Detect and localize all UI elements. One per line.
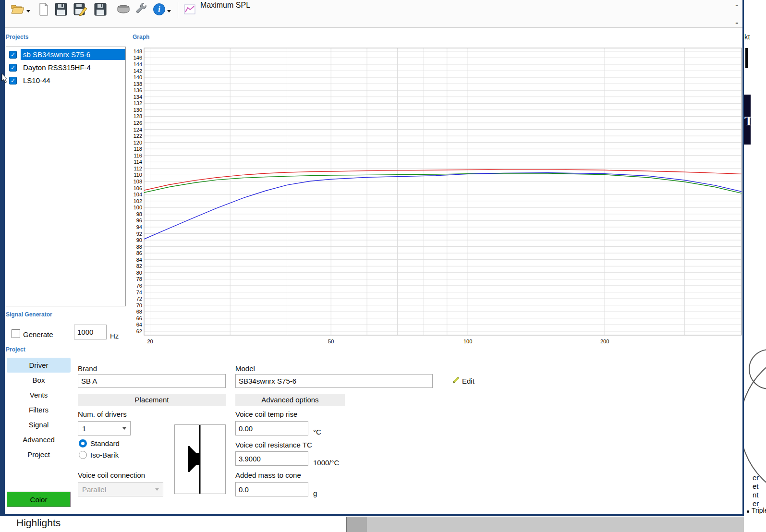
svg-text:124: 124 <box>134 127 142 133</box>
clipped-text: et <box>753 482 759 490</box>
project-tabs: Driver Box Vents Filters Signal Advanced… <box>7 358 71 462</box>
svg-text:136: 136 <box>134 87 142 93</box>
generate-checkbox[interactable] <box>12 329 20 338</box>
open-dropdown-icon[interactable] <box>26 10 30 12</box>
svg-text:102: 102 <box>134 198 142 204</box>
svg-text:92: 92 <box>136 231 142 237</box>
svg-text:142: 142 <box>134 68 142 74</box>
svg-text:134: 134 <box>134 94 142 100</box>
tab-signal[interactable]: Signal <box>7 417 71 432</box>
svg-text:100: 100 <box>134 205 142 210</box>
svg-text:64: 64 <box>136 322 142 327</box>
pencil-icon <box>452 376 460 386</box>
save-icon[interactable] <box>55 2 67 16</box>
save-edit-icon[interactable] <box>73 2 88 16</box>
added-mass-input[interactable] <box>235 482 308 496</box>
svg-text:74: 74 <box>136 290 142 295</box>
export-disc-icon[interactable] <box>116 2 131 16</box>
tab-driver[interactable]: Driver <box>7 358 71 373</box>
driver-placement-diagram <box>174 424 226 494</box>
advanced-options-header: Advanced options <box>235 394 345 406</box>
tab-advanced[interactable]: Advanced <box>7 432 71 447</box>
svg-text:146: 146 <box>134 55 142 60</box>
spl-chart-icon <box>184 2 195 16</box>
graph-type-selector[interactable]: Maximum SPL <box>184 2 250 16</box>
project-checkbox[interactable]: ✓ <box>9 51 17 59</box>
generate-label: Generate <box>23 330 53 339</box>
project-item-label[interactable]: LS10-44 <box>21 75 125 86</box>
svg-text:114: 114 <box>134 159 142 165</box>
toolbar-separator <box>178 2 178 18</box>
project-checkbox[interactable]: ✓ <box>9 77 17 85</box>
mouse-cursor-icon <box>1 73 9 85</box>
edit-button-label: Edit <box>462 377 474 385</box>
svg-text:120: 120 <box>134 140 142 145</box>
bullet-icon <box>747 510 749 513</box>
num-drivers-select[interactable]: 1 <box>78 421 131 435</box>
save-all-icon[interactable] <box>94 2 107 16</box>
svg-text:84: 84 <box>136 257 142 263</box>
frequency-unit: Hz <box>110 332 119 340</box>
voice-coil-resistance-tc-input[interactable] <box>235 451 308 466</box>
background-window-edge <box>346 517 744 532</box>
svg-text:118: 118 <box>134 146 142 152</box>
svg-text:90: 90 <box>136 237 142 243</box>
svg-text:i: i <box>158 5 160 13</box>
isobarik-radio-label: Iso-Barik <box>90 451 119 459</box>
tab-project[interactable]: Project <box>7 447 71 462</box>
svg-text:122: 122 <box>134 133 142 139</box>
speaker-baffle-icon <box>175 425 225 494</box>
tab-vents[interactable]: Vents <box>7 387 71 402</box>
svg-text:126: 126 <box>134 120 142 126</box>
model-label: Model <box>235 364 255 373</box>
toolbar-view-title: Maximum SPL <box>200 1 250 10</box>
svg-text:110: 110 <box>134 172 142 178</box>
added-mass-unit: g <box>313 489 317 497</box>
svg-text:68: 68 <box>136 309 142 314</box>
clipped-dash: - <box>735 0 739 11</box>
project-checkbox[interactable]: ✓ <box>9 64 17 72</box>
svg-text:106: 106 <box>134 185 142 191</box>
svg-text:130: 130 <box>134 107 142 113</box>
num-drivers-value: 1 <box>82 424 86 433</box>
svg-text:20: 20 <box>147 339 153 344</box>
svg-text:78: 78 <box>136 276 142 282</box>
wrench-icon[interactable] <box>135 2 147 16</box>
svg-text:80: 80 <box>136 270 142 276</box>
svg-text:86: 86 <box>136 250 142 256</box>
project-list-item[interactable]: ✓ LS10-44 <box>6 74 125 87</box>
clipped-dash: - <box>735 17 739 28</box>
info-icon[interactable]: i <box>153 2 166 16</box>
standard-radio[interactable] <box>79 439 87 447</box>
color-button[interactable]: Color <box>7 492 71 507</box>
voice-coil-resistance-tc-unit: 1000/°C <box>313 459 339 467</box>
model-input[interactable] <box>235 374 433 388</box>
tab-box[interactable]: Box <box>7 373 71 387</box>
open-folder-icon[interactable] <box>11 2 25 16</box>
background-window-edge-block <box>347 517 367 532</box>
num-drivers-label: Num. of drivers <box>78 410 127 418</box>
project-caption: Project <box>6 346 25 353</box>
svg-text:140: 140 <box>134 74 142 80</box>
placement-header: Placement <box>78 394 226 406</box>
projects-caption: Projects <box>6 34 28 40</box>
voice-coil-temp-rise-input[interactable] <box>235 421 308 435</box>
spl-chart: 6264666870727476788082848688909294969810… <box>133 44 742 345</box>
isobarik-radio[interactable] <box>79 451 87 459</box>
svg-text:96: 96 <box>136 218 142 223</box>
info-dropdown-icon[interactable] <box>167 10 171 12</box>
svg-text:144: 144 <box>134 61 142 67</box>
project-list-item[interactable]: ✓ sb SB34swnrx S75-6 <box>6 48 125 61</box>
voice-coil-resistance-tc-label: Voice coil resistance TC <box>235 441 312 449</box>
brand-input[interactable] <box>78 374 226 388</box>
project-item-label[interactable]: Dayton RSS315HF-4 <box>21 62 125 73</box>
svg-text:128: 128 <box>134 113 142 119</box>
frequency-input[interactable] <box>74 325 107 339</box>
project-list-item[interactable]: ✓ Dayton RSS315HF-4 <box>6 61 125 74</box>
new-file-icon[interactable] <box>39 2 49 16</box>
svg-text:116: 116 <box>134 153 142 158</box>
edit-button[interactable]: Edit <box>452 376 474 386</box>
project-item-label[interactable]: sb SB34swnrx S75-6 <box>21 49 125 60</box>
voice-coil-connection-value: Parallel <box>82 485 106 494</box>
tab-filters[interactable]: Filters <box>7 402 71 417</box>
